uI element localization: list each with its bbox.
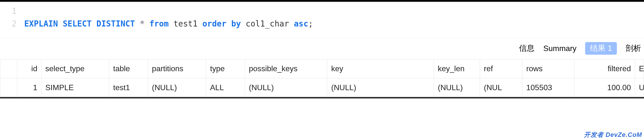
code-token: ;: [308, 19, 313, 28]
tab-信息[interactable]: 信息: [519, 43, 534, 54]
column-header-ref[interactable]: ref: [480, 59, 522, 78]
cell-type[interactable]: ALL: [206, 78, 245, 98]
cell-table[interactable]: test1: [109, 78, 148, 98]
column-header-key_len[interactable]: key_len: [434, 59, 480, 78]
cell-key_len[interactable]: (NULL): [434, 78, 480, 98]
cell-rows[interactable]: 105503: [522, 78, 574, 98]
sql-editor[interactable]: 12 EXPLAIN SELECT DISTINCT * from test1 …: [0, 2, 644, 38]
code-line[interactable]: [24, 5, 644, 18]
code-token: EXPLAIN: [24, 19, 58, 28]
window-top-border: [0, 0, 644, 2]
code-token: order: [202, 19, 226, 28]
code-token: asc: [294, 19, 308, 28]
cell-select_type[interactable]: SIMPLE: [42, 78, 109, 98]
results-tabs-bar: 信息Summary结果 1剖析: [0, 38, 644, 59]
column-header-id[interactable]: id: [17, 59, 42, 78]
results-table: idselect_typetablepartitionstypepossible…: [0, 59, 644, 98]
column-header-partitions[interactable]: partitions: [148, 59, 206, 78]
table-header-row: idselect_typetablepartitionstypepossible…: [0, 59, 644, 78]
cell-filtered[interactable]: 100.00: [574, 78, 635, 98]
code-token: SELECT: [63, 19, 92, 28]
code-token: from: [150, 19, 169, 28]
code-token: DISTINCT: [96, 19, 135, 28]
column-header-possible_keys[interactable]: possible_keys: [245, 59, 327, 78]
column-header-marker[interactable]: [0, 59, 17, 78]
column-header-type[interactable]: type: [206, 59, 245, 78]
code-token: *: [140, 19, 145, 28]
cell-id[interactable]: 1: [17, 78, 42, 98]
code-token: [58, 19, 63, 28]
tab-结果-1[interactable]: 结果 1: [585, 42, 617, 55]
code-line[interactable]: EXPLAIN SELECT DISTINCT * from test1 ord…: [24, 18, 644, 30]
cell-partitions[interactable]: (NULL): [148, 78, 206, 98]
code-token: [135, 19, 140, 28]
results-table-header: idselect_typetablepartitionstypepossible…: [0, 59, 644, 78]
column-header-key[interactable]: key: [327, 59, 434, 78]
cell-extra[interactable]: Using: [635, 78, 644, 98]
cell-possible_keys[interactable]: (NULL): [245, 78, 327, 98]
code-token: [92, 19, 96, 28]
table-row[interactable]: 1SIMPLEtest1(NULL)ALL(NULL)(NULL)(NULL)(…: [0, 78, 644, 98]
column-header-filtered[interactable]: filtered: [574, 59, 635, 78]
cell-ref[interactable]: (NUL: [480, 78, 522, 98]
tab-summary[interactable]: Summary: [543, 44, 576, 53]
code-token: test1: [169, 19, 202, 28]
line-number: 2: [0, 18, 16, 30]
line-number-gutter: 12: [0, 5, 24, 30]
column-header-table[interactable]: table: [109, 59, 148, 78]
column-header-rows[interactable]: rows: [522, 59, 574, 78]
watermark: 开发者 DevZe.CoM: [584, 130, 642, 139]
code-token: col1_char: [241, 19, 294, 28]
cell-marker[interactable]: [0, 78, 17, 98]
results-table-body: 1SIMPLEtest1(NULL)ALL(NULL)(NULL)(NULL)(…: [0, 78, 644, 98]
code-token: by: [231, 19, 241, 28]
tab-剖析[interactable]: 剖析: [626, 43, 641, 54]
code-token: [226, 19, 232, 28]
column-header-select_type[interactable]: select_type: [42, 59, 109, 78]
line-number: 1: [0, 5, 16, 18]
cell-key[interactable]: (NULL): [327, 78, 434, 98]
code-content[interactable]: EXPLAIN SELECT DISTINCT * from test1 ord…: [24, 5, 644, 30]
code-token: [145, 19, 150, 28]
column-header-extra[interactable]: Extra: [635, 59, 644, 78]
